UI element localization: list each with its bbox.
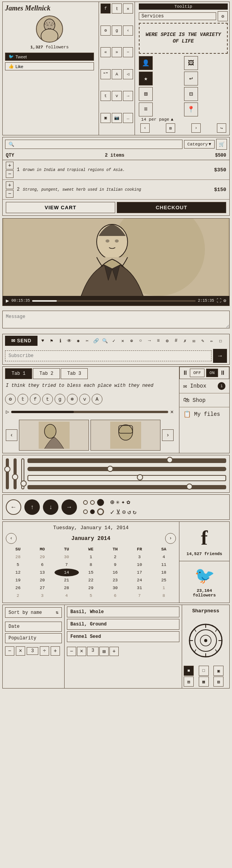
left-arrow2-icon[interactable]: ↺	[127, 508, 131, 516]
calendar-day[interactable]: 29	[79, 584, 103, 592]
twitter-round-icon[interactable]: 𝕥	[17, 394, 28, 405]
close-icon-btn[interactable]: ✕	[123, 3, 133, 14]
play-button[interactable]: ▶	[6, 297, 9, 304]
tumblr-round-icon[interactable]: t	[42, 394, 53, 405]
cut-icon[interactable]: ✂	[83, 337, 91, 345]
edit-icon[interactable]: ✏	[208, 337, 215, 345]
calendar-next-btn[interactable]: ›	[165, 533, 176, 544]
mail-icon[interactable]: ✉	[190, 337, 198, 345]
bi-3[interactable]: ▣	[213, 666, 223, 676]
stepper-plus-btn[interactable]: +	[51, 646, 60, 656]
hash-icon[interactable]: #	[172, 337, 180, 345]
a-icon-btn[interactable]: A	[112, 69, 122, 79]
bi-5[interactable]: ▦	[199, 677, 209, 687]
qty-plus-2[interactable]: +	[6, 181, 14, 189]
checkout-button[interactable]: CHECKOUT	[117, 202, 226, 213]
nav-back-btn[interactable]: ←	[6, 499, 21, 515]
cart-icon-button[interactable]: 🛒	[216, 139, 227, 150]
calendar-day[interactable]: 17	[127, 569, 152, 576]
view-cart-button[interactable]: VIEW CART	[6, 202, 115, 213]
nav-forward-btn[interactable]: →	[61, 499, 77, 515]
a-round-icon[interactable]: A	[92, 394, 102, 405]
calendar-day[interactable]: 6	[103, 592, 127, 600]
vertical-slider-1[interactable]	[6, 458, 9, 489]
bi-2[interactable]: □	[199, 666, 209, 676]
flower-icon[interactable]: ✿	[126, 498, 130, 506]
category-button[interactable]: Category ▼	[184, 140, 215, 149]
tweet-button[interactable]: 🐦 Tweet	[5, 53, 94, 61]
facebook-icon-btn[interactable]: f	[101, 3, 111, 14]
inbox-menu-item[interactable]: ✉ Inbox 1	[179, 379, 229, 393]
files-menu-item[interactable]: 📋 My files	[179, 407, 229, 421]
asterisk-icon[interactable]: ✱	[74, 337, 82, 345]
vimeo-icon-btn[interactable]: v	[112, 91, 122, 101]
next-page-btn[interactable]: ›	[191, 123, 201, 133]
like-button[interactable]: 👍 Like	[5, 62, 94, 70]
asterisk2-icon[interactable]: ✳	[116, 498, 120, 506]
tab-1[interactable]: Tab 1	[5, 368, 32, 379]
calendar-day[interactable]: 4	[152, 553, 176, 561]
calendar-day[interactable]: 19	[6, 576, 30, 584]
product-item-1[interactable]: Basil, Whole	[67, 607, 179, 617]
calendar-day[interactable]: 5	[79, 592, 103, 600]
plus-tool-icon[interactable]: ⊕	[128, 337, 135, 345]
search-tool-icon[interactable]: 🔍	[101, 337, 109, 345]
square-edit-icon[interactable]: ☐	[217, 337, 224, 345]
arrow-icon-btn[interactable]: →	[123, 91, 133, 101]
h-slider-4[interactable]	[27, 485, 226, 490]
rewind-icon-btn[interactable]: «	[101, 47, 111, 57]
location-icon-btn[interactable]: 📍	[184, 103, 198, 116]
v-thumb-3[interactable]	[20, 480, 27, 487]
star-icon-btn[interactable]: ★	[139, 72, 153, 85]
calendar-day[interactable]: 2	[103, 553, 127, 561]
grid-view-btn[interactable]: ⊞	[166, 123, 175, 133]
h-thumb-2[interactable]	[107, 466, 113, 472]
vimeo-round-icon[interactable]: v	[79, 394, 90, 405]
heart-icon[interactable]: ♥	[39, 337, 46, 345]
calendar-day[interactable]: 28	[6, 553, 30, 561]
plus-circle-icon[interactable]: ⊕	[110, 498, 114, 506]
toggle-on-btn[interactable]: ON	[206, 369, 218, 377]
flag-icon[interactable]: ⚑	[48, 337, 55, 345]
tumblr-icon-btn[interactable]: t	[101, 91, 111, 101]
calendar-day[interactable]: 20	[30, 576, 55, 584]
carousel-prev-btn[interactable]: ‹	[6, 429, 17, 441]
circle-icon[interactable]: ○	[136, 337, 144, 345]
calendar-day[interactable]: 26	[6, 584, 30, 592]
calendar-day[interactable]: 7	[127, 592, 152, 600]
ellipsis-icon-btn[interactable]: …	[123, 113, 133, 123]
redo-btn[interactable]: ↪	[217, 123, 226, 133]
x-icon[interactable]: ✕	[119, 337, 126, 345]
h-thumb-1[interactable]	[167, 457, 173, 463]
calendar-day[interactable]: 3	[127, 553, 152, 561]
bi-4[interactable]: ▤	[184, 677, 194, 687]
x2-icon[interactable]: ✗	[181, 337, 189, 345]
google-round-icon[interactable]: g	[55, 394, 65, 405]
grid-icon-btn[interactable]: ⊞	[139, 87, 153, 101]
calendar-day[interactable]: 1	[79, 553, 103, 561]
calendar-day[interactable]: 4	[55, 592, 79, 600]
calendar-day[interactable]: 14	[55, 569, 79, 576]
calendar-day[interactable]: 24	[127, 576, 152, 584]
media-close-icon[interactable]: ✕	[171, 408, 174, 415]
send-button[interactable]: ✉ SEND	[5, 336, 38, 346]
date-filter[interactable]: Date	[5, 622, 62, 632]
h-slider-2[interactable]	[27, 467, 226, 472]
reply-icon-btn[interactable]: ↩	[184, 72, 198, 85]
calendar-day[interactable]: 21	[55, 576, 79, 584]
left-icon-btn[interactable]: ◁	[123, 69, 133, 79]
calendar-day[interactable]: 8	[152, 592, 176, 600]
carousel-next-btn[interactable]: ›	[162, 429, 174, 441]
calendar-day[interactable]: 8	[79, 561, 103, 569]
checkmark-icon[interactable]: ✓	[110, 337, 118, 345]
quotes-icon-btn[interactable]: ❝❞	[101, 69, 111, 79]
media-progress-bar[interactable]	[11, 411, 168, 413]
settings-icon-btn[interactable]: ⚙	[101, 26, 111, 36]
divide-btn[interactable]: ÷	[40, 646, 49, 656]
calendar-day[interactable]: 15	[79, 569, 103, 576]
prev-page-btn[interactable]: ‹	[140, 123, 150, 133]
calendar-day[interactable]: 11	[152, 561, 176, 569]
calendar-day[interactable]: 2	[6, 592, 30, 600]
calendar-day[interactable]: 28	[55, 584, 79, 592]
calendar-day[interactable]: 12	[6, 569, 30, 576]
